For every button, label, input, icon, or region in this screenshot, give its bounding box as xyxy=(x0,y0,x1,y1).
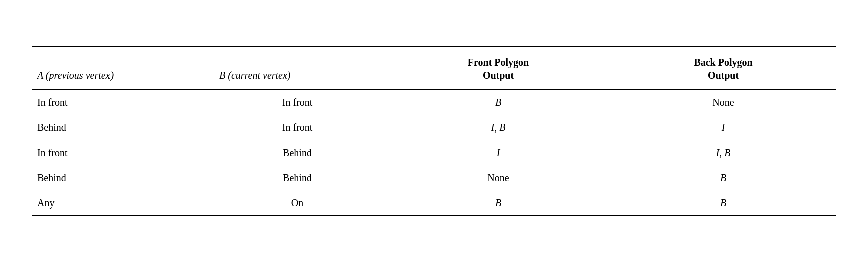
table-row: Behind xyxy=(209,140,386,165)
table-row: None xyxy=(611,89,836,115)
clipping-table: A (previous vertex) B (current vertex) F… xyxy=(32,46,836,216)
table-row: In front xyxy=(209,89,386,115)
header-col-front: Front PolygonOutput xyxy=(386,46,611,89)
table-row: I, B xyxy=(386,115,611,140)
header-col-back: Back PolygonOutput xyxy=(611,46,836,89)
header-col-a: A (previous vertex) xyxy=(32,46,209,89)
table-row: On xyxy=(209,190,386,216)
table-row: Any xyxy=(32,190,209,216)
table-row: Behind xyxy=(32,165,209,190)
table-row: B xyxy=(611,190,836,216)
header-col-b: B (current vertex) xyxy=(209,46,386,89)
table-row: Behind xyxy=(32,115,209,140)
table-container: A (previous vertex) B (current vertex) F… xyxy=(32,46,836,216)
table-row: B xyxy=(611,165,836,190)
table-row: Behind xyxy=(209,165,386,190)
table-row: B xyxy=(386,190,611,216)
table-row: In front xyxy=(32,140,209,165)
table-row: In front xyxy=(209,115,386,140)
table-row: In front xyxy=(32,89,209,115)
table-row: I xyxy=(386,140,611,165)
table-row: B xyxy=(386,89,611,115)
table-row: None xyxy=(386,165,611,190)
table-row: I, B xyxy=(611,140,836,165)
table-row: I xyxy=(611,115,836,140)
